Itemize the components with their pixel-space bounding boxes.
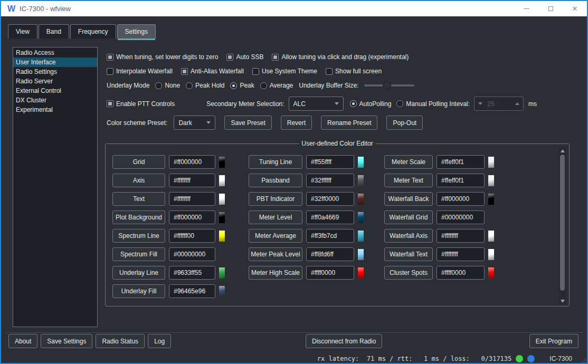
radio-manual-polling[interactable]: Manual Polling Inteval: [396, 100, 470, 108]
about-button[interactable]: About [8, 334, 37, 348]
color-hex-input[interactable] [437, 155, 485, 169]
resize-grip[interactable] [580, 358, 586, 364]
tab-frequency[interactable]: Frequency [70, 24, 116, 39]
color-hex-input[interactable] [437, 266, 485, 280]
sidebar-item-experimental[interactable]: Experimental [13, 105, 97, 114]
minimize-button[interactable] [514, 1, 538, 16]
color-hex-input[interactable] [169, 192, 215, 206]
slider-handle[interactable] [383, 81, 391, 90]
color-hex-input[interactable] [437, 174, 485, 187]
radio-status-button[interactable]: Radio Status [96, 334, 145, 348]
color-name-button[interactable]: Spectrum Fill [112, 247, 165, 261]
checkbox-use-system-theme[interactable]: Use System Theme [252, 68, 317, 75]
color-hex-input[interactable] [437, 210, 485, 224]
radio-underlay-average[interactable]: Average [260, 82, 293, 89]
color-hex-input[interactable] [169, 266, 215, 280]
checkbox-antialias-waterfall[interactable]: Anti-Alias Waterfall [181, 68, 244, 75]
maximize-button[interactable] [538, 1, 563, 16]
underlay-buffer-slider[interactable] [364, 81, 414, 90]
scrollbar-handle[interactable] [560, 155, 565, 291]
rename-preset-button[interactable]: Rename Preset [321, 116, 377, 130]
tab-view[interactable]: View [8, 24, 37, 39]
radio-underlay-peak[interactable]: Peak [230, 82, 254, 89]
color-hex-input[interactable] [306, 266, 354, 280]
color-hex-input[interactable] [306, 174, 354, 187]
color-hex-input[interactable] [437, 229, 485, 243]
color-name-button[interactable]: Waterfall Back [384, 192, 433, 206]
color-name-button[interactable]: Meter Text [384, 174, 433, 187]
sidebar-item-dx-cluster[interactable]: DX Cluster [13, 95, 97, 105]
color-name-button[interactable]: Meter Peak Level [249, 247, 302, 261]
color-name-button[interactable]: Plot Background [112, 210, 165, 224]
radio-underlay-none[interactable]: None [155, 82, 180, 89]
checkbox-show-full-screen[interactable]: Show full screen [326, 68, 382, 75]
radio-autopolling[interactable]: AutoPolling [350, 100, 392, 108]
spinner-down-icon[interactable] [478, 102, 482, 105]
color-swatch [219, 175, 225, 186]
underlay-buffer-size-label: Underlay Buffer Size: [299, 82, 358, 89]
secondary-meter-select[interactable]: ALC [289, 97, 344, 111]
close-button[interactable]: ✕ [563, 1, 587, 16]
radio-underlay-peak-hold[interactable]: Peak Hold [186, 82, 224, 89]
color-hex-input[interactable] [169, 247, 215, 261]
color-name-button[interactable]: Waterfall Grid [384, 210, 433, 224]
save-settings-button[interactable]: Save Settings [41, 334, 92, 348]
color-hex-input[interactable] [169, 174, 215, 187]
color-hex-input[interactable] [306, 192, 354, 206]
color-hex-input[interactable] [169, 284, 215, 298]
color-name-button[interactable]: Waterfall Text [384, 247, 433, 261]
scroll-down-icon[interactable] [559, 298, 566, 304]
sidebar-item-radio-access[interactable]: Radio Access [13, 48, 97, 58]
color-name-button[interactable]: Grid [112, 155, 165, 169]
exit-program-button[interactable]: Exit Program [529, 334, 578, 348]
color-name-button[interactable]: Waterfall Axis [384, 229, 433, 243]
sidebar-item-radio-settings[interactable]: Radio Settings [13, 67, 97, 76]
color-hex-input[interactable] [169, 210, 215, 224]
checkbox-auto-ssb[interactable]: Auto SSB [226, 53, 263, 61]
color-name-button[interactable]: Underlay Line [112, 266, 165, 280]
disconnect-button[interactable]: Disconnect from Radio [306, 334, 382, 348]
checkbox-lower-digits-zero[interactable]: When tuning, set lower digits to zero [107, 53, 218, 61]
log-button[interactable]: Log [148, 334, 171, 348]
color-name-button[interactable]: Meter Level [249, 210, 302, 224]
sidebar-item-radio-server[interactable]: Radio Server [13, 76, 97, 86]
tab-settings[interactable]: Settings [117, 24, 156, 39]
pop-out-button[interactable]: Pop-Out [386, 116, 423, 130]
save-preset-button[interactable]: Save Preset [224, 116, 271, 130]
sidebar-item-external-control[interactable]: External Control [13, 86, 97, 95]
color-name-button[interactable]: Meter Scale [384, 155, 433, 169]
color-name-button[interactable]: Passband [249, 174, 302, 187]
color-name-button[interactable]: Meter High Scale [249, 266, 302, 280]
color-hex-input[interactable] [437, 192, 485, 206]
color-hex-input[interactable] [169, 155, 215, 169]
checkbox-enable-ptt[interactable]: Enable PTT Controls [107, 100, 175, 108]
spinner-up-icon[interactable] [515, 102, 519, 105]
color-name-button[interactable]: Underlay Fill [112, 284, 165, 298]
color-name-button[interactable]: Spectrum Line [112, 229, 165, 243]
color-name-button[interactable]: PBT Indicator [249, 192, 302, 206]
color-hex-input[interactable] [306, 229, 354, 243]
color-swatch [219, 249, 225, 260]
color-name-button[interactable]: Meter Average [249, 229, 302, 243]
color-name-button[interactable]: Axis [112, 174, 165, 187]
color-name-button[interactable]: Tuning Line [249, 155, 302, 169]
polling-interval-value: 25 [487, 100, 494, 108]
color-hex-input[interactable] [306, 155, 354, 169]
polling-interval-spinner[interactable]: 25 [474, 97, 524, 111]
color-editor-scrollbar[interactable] [559, 148, 566, 304]
color-name-button[interactable]: Cluster Spots [384, 266, 433, 280]
revert-button[interactable]: Revert [281, 116, 312, 130]
color-hex-input[interactable] [437, 247, 485, 261]
color-hex-input[interactable] [306, 247, 354, 261]
tab-band[interactable]: Band [39, 24, 69, 39]
color-hex-input[interactable] [306, 210, 354, 224]
checkbox-interpolate-waterfall[interactable]: Interpolate Waterfall [107, 68, 173, 75]
sidebar-item-user-interface[interactable]: User Interface [13, 58, 97, 67]
scroll-up-icon[interactable] [559, 148, 566, 154]
color-swatch [219, 231, 225, 242]
minimize-icon [524, 8, 529, 9]
preset-select[interactable]: Dark [174, 116, 215, 130]
color-hex-input[interactable] [169, 229, 215, 243]
color-name-button[interactable]: Text [112, 192, 165, 206]
checkbox-click-drag-tuning[interactable]: Allow tuning via click and drag (experim… [272, 53, 409, 61]
